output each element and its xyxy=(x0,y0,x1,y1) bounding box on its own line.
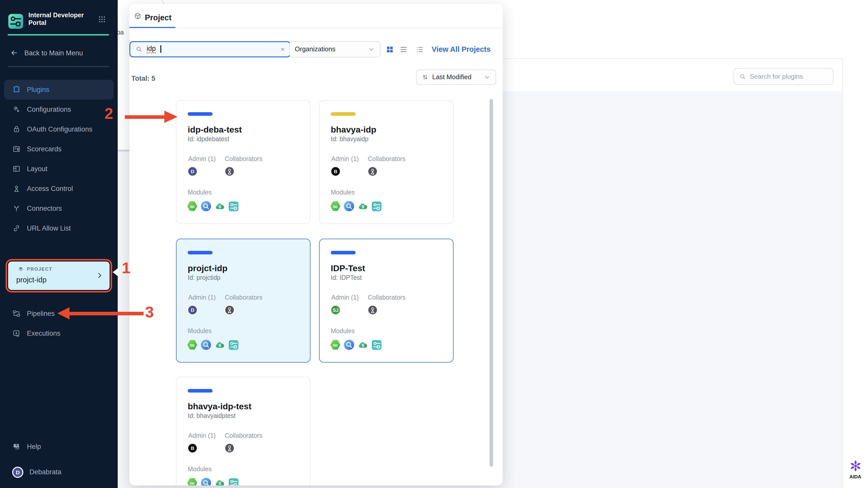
user-name: Debabrata xyxy=(29,468,61,476)
admin-avatar[interactable]: B xyxy=(330,166,341,177)
cloud-cost-module-icon xyxy=(215,201,225,211)
project-card[interactable]: projct-idp Id: projctidp Admin (1) Colla… xyxy=(176,239,310,363)
project-selector-label-row: PROJECT xyxy=(18,266,52,272)
idp-module-icon xyxy=(371,340,381,350)
project-color-bar xyxy=(188,112,213,116)
collaborator-avatar[interactable] xyxy=(224,305,235,315)
modules-label: Modules xyxy=(188,466,212,473)
sidebar-item-icon xyxy=(12,105,21,114)
project-value: projct-idp xyxy=(16,276,46,284)
sidebar-item[interactable]: OAuth Configurations xyxy=(4,119,114,139)
module-icon-row: ∞ xyxy=(330,340,381,350)
sidebar-item-icon xyxy=(12,85,21,94)
aida-assistant-button[interactable]: AIDA xyxy=(843,460,867,479)
idp-module-icon xyxy=(228,340,239,350)
aida-icon xyxy=(849,460,862,472)
project-card-title: bhavya-idp-test xyxy=(188,402,251,412)
annotation-3-arrow-shaft xyxy=(69,312,144,315)
back-arrow-icon xyxy=(10,49,18,57)
admin-avatar[interactable]: B xyxy=(187,443,198,454)
modules-label: Modules xyxy=(188,189,212,196)
project-card-id: Id: projctidp xyxy=(188,274,220,281)
project-label: PROJECT xyxy=(27,267,52,272)
annotation-1: 1 xyxy=(122,259,131,277)
collaborator-avatar[interactable] xyxy=(367,166,378,177)
admin-avatar[interactable]: D xyxy=(187,305,198,315)
collaborators-label: Collaborators xyxy=(225,432,262,439)
sidebar-item[interactable]: Layout xyxy=(4,159,114,179)
idp-logo-icon xyxy=(8,13,24,29)
search-icon xyxy=(739,73,746,80)
admin-label: Admin (1) xyxy=(331,155,359,163)
sidebar-item-icon xyxy=(12,125,21,134)
sidebar-item[interactable]: Connectors xyxy=(4,199,114,218)
annotation-2-arrow-shaft xyxy=(125,115,165,119)
sidebar-item[interactable]: Scorecards xyxy=(4,139,114,159)
admin-avatar[interactable]: D xyxy=(187,166,198,177)
idp-module-icon xyxy=(228,201,239,211)
ci-module-icon: ∞ xyxy=(187,201,197,211)
idp-module-icon xyxy=(228,478,239,485)
logo-accent-bar xyxy=(8,34,109,35)
collaborator-avatar[interactable] xyxy=(367,305,378,315)
sidebar-item-label: Layout xyxy=(27,165,48,173)
person-icon xyxy=(368,167,377,176)
collaborators-label: Collaborators xyxy=(368,155,406,163)
ci-module-icon: ∞ xyxy=(330,201,340,211)
modules-label: Modules xyxy=(331,327,355,335)
collaborators-label: Collaborators xyxy=(368,294,406,301)
cloud-cost-module-icon xyxy=(215,340,225,350)
project-card-id: Id: bhavyaidptest xyxy=(188,412,236,420)
sidebar-item[interactable]: Access Control xyxy=(4,179,114,199)
right-rail-divider xyxy=(842,58,843,488)
sidebar-item-label: Pipelines xyxy=(27,310,55,317)
annotation-2: 2 xyxy=(104,105,113,123)
project-color-bar xyxy=(188,389,213,392)
back-to-main-menu[interactable]: Back to Main Menu xyxy=(10,49,83,57)
collaborator-avatar[interactable] xyxy=(224,443,235,454)
sidebar-item[interactable]: Executions xyxy=(4,323,114,343)
project-card-title: bhavya-idp xyxy=(331,125,376,135)
sidebar-item-label: Scorecards xyxy=(27,145,62,153)
aida-label: AIDA xyxy=(843,474,867,479)
project-picker-modal: Project idp × Organizations View All Pro… xyxy=(129,4,503,485)
admin-avatar[interactable]: SJ xyxy=(330,305,341,315)
project-card[interactable]: IDP-Test Id: IDPTest Admin (1) Collabora… xyxy=(319,239,454,363)
person-icon xyxy=(225,444,234,453)
project-selector[interactable]: PROJECT projct-idp xyxy=(8,261,110,290)
sidebar-item-icon xyxy=(12,224,21,233)
sidebar-item-label: Connectors xyxy=(27,205,62,212)
project-card-title: projct-idp xyxy=(188,263,227,274)
project-card[interactable]: bhavya-idp-test Id: bhavyaidptest Admin … xyxy=(176,377,310,485)
sidebar-item-icon xyxy=(12,204,21,213)
sidebar-item[interactable]: Plugins xyxy=(4,80,114,99)
admin-label: Admin (1) xyxy=(331,294,359,301)
modules-label: Modules xyxy=(331,189,355,196)
modules-label: Modules xyxy=(188,327,212,335)
popover-notch xyxy=(113,268,119,277)
collaborator-avatar[interactable] xyxy=(224,166,235,177)
project-card-title: IDP-Test xyxy=(331,263,365,274)
help-button[interactable]: Help xyxy=(4,437,114,457)
collaborators-label: Collaborators xyxy=(225,155,262,163)
project-card[interactable]: idp-deba-test Id: idpdebatest Admin (1) … xyxy=(176,100,310,224)
ci-module-icon: ∞ xyxy=(187,478,197,485)
sidebar-item-label: Configurations xyxy=(27,106,71,113)
sidebar-item[interactable]: Configurations xyxy=(4,99,114,119)
avatar: D xyxy=(12,466,23,478)
chevron-right-icon xyxy=(96,272,103,279)
cloud-cost-module-icon xyxy=(358,340,368,350)
chaos-module-icon xyxy=(201,340,211,350)
help-label: Help xyxy=(27,443,41,451)
project-card[interactable]: bhavya-idp Id: bhavyaidp Admin (1) Colla… xyxy=(319,100,454,224)
modal-scrollbar[interactable] xyxy=(490,99,493,467)
cloud-cost-module-icon xyxy=(215,478,225,485)
sidebar-item-label: URL Allow List xyxy=(27,225,71,232)
app-switcher-icon[interactable] xyxy=(98,15,106,23)
sidebar-item[interactable]: URL Allow List xyxy=(4,218,114,238)
project-card-id: Id: idpdebatest xyxy=(188,136,229,143)
plugins-search-input[interactable]: Search for plugins xyxy=(734,68,834,85)
user-menu[interactable]: D Debabrata xyxy=(4,462,114,482)
cloud-cost-module-icon xyxy=(358,201,368,211)
project-color-bar xyxy=(331,112,355,116)
